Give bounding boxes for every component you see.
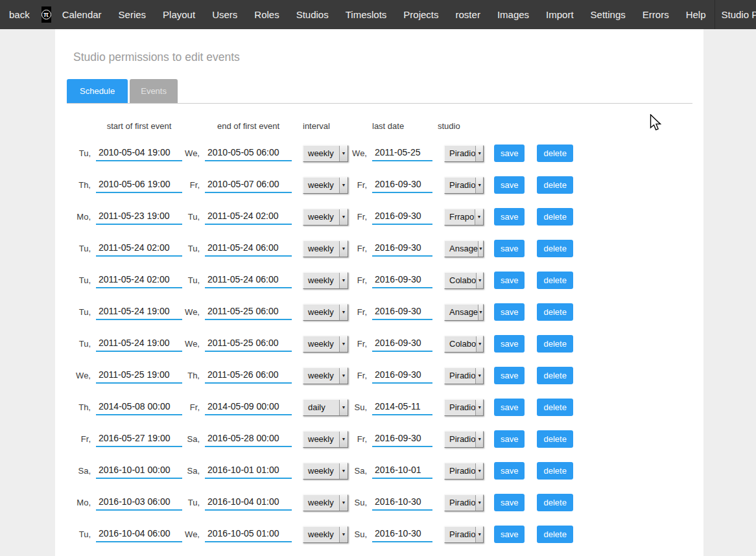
end-datetime-input[interactable] xyxy=(205,432,292,447)
interval-select[interactable]: weekly ▼ xyxy=(303,209,348,226)
delete-button[interactable]: delete xyxy=(537,303,573,321)
last-date-input[interactable] xyxy=(372,241,432,257)
nav-item[interactable]: Import xyxy=(537,0,582,29)
delete-button[interactable]: delete xyxy=(537,526,573,543)
interval-select[interactable]: weekly ▼ xyxy=(303,304,348,321)
interval-select[interactable]: weekly ▼ xyxy=(303,145,348,162)
start-datetime-input[interactable] xyxy=(96,241,182,257)
tab-events[interactable]: Events xyxy=(130,79,178,103)
end-datetime-input[interactable] xyxy=(205,400,292,415)
save-button[interactable]: save xyxy=(494,494,525,511)
save-button[interactable]: save xyxy=(494,240,525,257)
end-datetime-input[interactable] xyxy=(205,527,292,542)
delete-button[interactable]: delete xyxy=(537,176,573,194)
save-button[interactable]: save xyxy=(494,399,525,416)
save-button[interactable]: save xyxy=(494,303,525,321)
save-button[interactable]: save xyxy=(494,208,525,226)
studio-select[interactable]: Ansage ▼ xyxy=(444,304,484,321)
last-date-input[interactable] xyxy=(372,495,432,511)
last-date-input[interactable] xyxy=(372,336,432,352)
delete-button[interactable]: delete xyxy=(537,335,573,353)
end-datetime-input[interactable] xyxy=(205,209,292,225)
end-datetime-input[interactable] xyxy=(205,241,292,257)
studio-select[interactable]: Piradio ▼ xyxy=(444,399,484,416)
interval-select[interactable]: weekly ▼ xyxy=(303,526,348,543)
delete-button[interactable]: delete xyxy=(537,272,573,289)
pi-radio-logo-icon[interactable]: π xyxy=(41,6,51,23)
interval-select[interactable]: weekly ▼ xyxy=(303,240,348,257)
studio-select[interactable]: Piradio ▼ xyxy=(444,494,484,511)
studio-select[interactable]: Colabo ▼ xyxy=(444,336,484,353)
studio-select[interactable]: Piradio ▼ xyxy=(444,526,484,543)
last-date-input[interactable] xyxy=(372,527,432,542)
studio-select[interactable]: Piradio ▼ xyxy=(444,145,484,162)
interval-select[interactable]: daily ▼ xyxy=(303,399,348,416)
nav-item[interactable]: Projects xyxy=(395,0,447,29)
save-button[interactable]: save xyxy=(494,367,525,384)
nav-item[interactable]: Help xyxy=(678,0,715,29)
nav-item[interactable]: Playout xyxy=(154,0,204,29)
last-date-input[interactable] xyxy=(372,305,432,320)
interval-select[interactable]: weekly ▼ xyxy=(303,367,348,384)
save-button[interactable]: save xyxy=(494,430,525,448)
last-date-input[interactable] xyxy=(372,209,432,225)
start-datetime-input[interactable] xyxy=(96,463,182,479)
end-datetime-input[interactable] xyxy=(205,495,292,511)
save-button[interactable]: save xyxy=(494,272,525,289)
nav-item[interactable]: Errors xyxy=(634,0,678,29)
nav-item[interactable]: Roles xyxy=(246,0,287,29)
delete-button[interactable]: delete xyxy=(537,240,573,257)
last-date-input[interactable] xyxy=(372,400,432,415)
last-date-input[interactable] xyxy=(372,463,432,479)
interval-select[interactable]: weekly ▼ xyxy=(303,431,348,448)
delete-button[interactable]: delete xyxy=(537,208,573,226)
delete-button[interactable]: delete xyxy=(537,494,573,511)
last-date-input[interactable] xyxy=(372,178,432,193)
studio-select[interactable]: Piradio ▼ xyxy=(444,367,484,384)
interval-select[interactable]: weekly ▼ xyxy=(303,272,348,289)
end-datetime-input[interactable] xyxy=(205,368,292,384)
save-button[interactable]: save xyxy=(494,462,525,480)
start-datetime-input[interactable] xyxy=(96,527,182,542)
delete-button[interactable]: delete xyxy=(537,367,573,384)
studio-select[interactable]: Piradio ▼ xyxy=(444,431,484,448)
delete-button[interactable]: delete xyxy=(537,430,573,448)
save-button[interactable]: save xyxy=(494,145,525,162)
studio-select[interactable]: Ansage ▼ xyxy=(444,240,484,257)
nav-item[interactable]: Studios xyxy=(288,0,337,29)
last-date-input[interactable] xyxy=(372,146,432,161)
end-datetime-input[interactable] xyxy=(205,178,292,193)
interval-select[interactable]: weekly ▼ xyxy=(303,177,348,194)
start-datetime-input[interactable] xyxy=(96,273,182,288)
start-datetime-input[interactable] xyxy=(96,432,182,447)
end-datetime-input[interactable] xyxy=(205,273,292,288)
end-datetime-input[interactable] xyxy=(205,463,292,479)
save-button[interactable]: save xyxy=(494,526,525,543)
studio-select[interactable]: Frrapo ▼ xyxy=(444,209,484,226)
nav-item[interactable]: Users xyxy=(204,0,246,29)
start-datetime-input[interactable] xyxy=(96,495,182,511)
studio-select[interactable]: Piradio ▼ xyxy=(444,177,484,194)
interval-select[interactable]: weekly ▼ xyxy=(303,463,348,480)
nav-item[interactable]: Series xyxy=(110,0,155,29)
last-date-input[interactable] xyxy=(372,432,432,447)
end-datetime-input[interactable] xyxy=(205,305,292,320)
nav-item[interactable]: Images xyxy=(489,0,537,29)
start-datetime-input[interactable] xyxy=(96,305,182,320)
studio-select[interactable]: Colabo ▼ xyxy=(444,272,484,289)
delete-button[interactable]: delete xyxy=(537,462,573,480)
nav-item[interactable]: Settings xyxy=(582,0,634,29)
start-datetime-input[interactable] xyxy=(96,368,182,384)
start-datetime-input[interactable] xyxy=(96,400,182,415)
last-date-input[interactable] xyxy=(372,368,432,384)
interval-select[interactable]: weekly ▼ xyxy=(303,494,348,511)
last-date-input[interactable] xyxy=(372,273,432,288)
save-button[interactable]: save xyxy=(494,335,525,353)
delete-button[interactable]: delete xyxy=(537,145,573,162)
nav-item[interactable]: Calendar xyxy=(54,0,110,29)
studio-select[interactable]: Piradio ▼ xyxy=(444,463,484,480)
start-datetime-input[interactable] xyxy=(96,178,182,193)
save-button[interactable]: save xyxy=(494,176,525,194)
end-datetime-input[interactable] xyxy=(205,146,292,161)
nav-item[interactable]: roster xyxy=(447,0,489,29)
